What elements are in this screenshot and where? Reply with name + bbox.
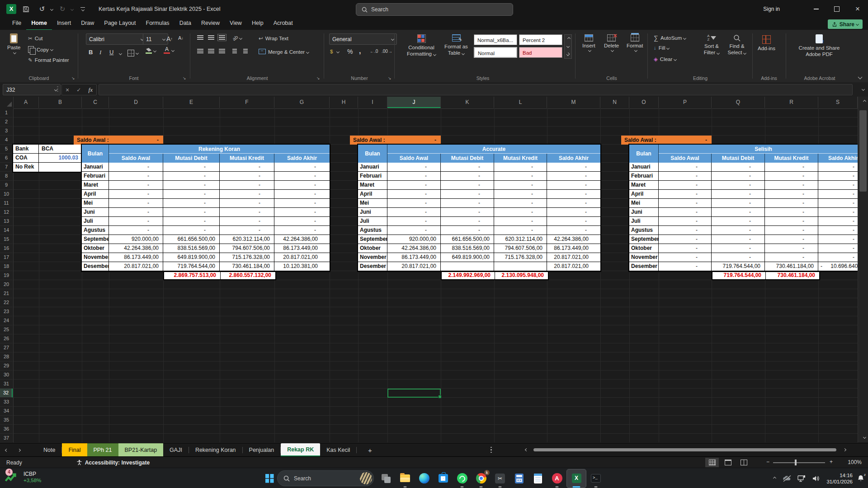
borders-button[interactable] <box>127 50 138 56</box>
column-header-A[interactable]: A <box>13 97 39 108</box>
value-cell[interactable]: 86.173.449,00 <box>387 253 441 262</box>
style-bad[interactable]: Bad <box>519 47 562 58</box>
value-cell[interactable]: 730.461.184,00 <box>765 262 818 271</box>
zoom-out-button[interactable]: − <box>766 459 769 465</box>
stocks-widget[interactable]: 4 ICBP +3,58% <box>5 469 41 485</box>
value-cell[interactable]: - <box>441 226 494 235</box>
align-left-button[interactable] <box>197 49 203 53</box>
value-cell[interactable]: - <box>712 208 765 217</box>
bulan-header-cell[interactable]: Bulan <box>629 145 659 163</box>
row-header-1[interactable]: 1 <box>0 108 13 117</box>
column-header-B[interactable]: B <box>39 97 82 108</box>
row-header-32[interactable]: 32 <box>0 389 13 398</box>
value-cell[interactable]: - <box>765 172 818 181</box>
value-cell[interactable]: - <box>220 217 274 226</box>
scroll-up-icon[interactable] <box>863 100 866 103</box>
decrease-decimal-button[interactable]: .00→ <box>382 49 392 54</box>
value-cell[interactable]: - <box>387 190 441 199</box>
column-header-F[interactable]: F <box>220 97 274 108</box>
horizontal-scroll-thumb[interactable] <box>533 448 836 451</box>
month-cell-agustus[interactable]: Agustus <box>629 226 659 235</box>
value-cell[interactable]: - <box>387 208 441 217</box>
subheader-saldo-akhir[interactable]: Saldo Akhir <box>547 154 600 163</box>
subheader-saldo-akhir[interactable]: Saldo Akhir <box>274 154 330 163</box>
total-cell[interactable]: 2.869.757.513,00 <box>164 272 221 279</box>
month-cell-januari[interactable]: Januari <box>358 163 387 172</box>
value-cell[interactable]: 42.264.386,00 <box>387 244 441 253</box>
value-cell[interactable]: - <box>494 181 547 190</box>
row-header-7[interactable]: 7 <box>0 163 13 172</box>
value-cell[interactable]: - <box>494 190 547 199</box>
value-cell[interactable]: - <box>818 253 858 262</box>
value-cell[interactable]: - <box>163 181 220 190</box>
font-dialog-launcher[interactable] <box>183 76 186 80</box>
value-cell[interactable]: 730.461.184,00 <box>220 262 274 271</box>
row-header-3[interactable]: 3 <box>0 127 13 136</box>
month-cell-juni[interactable]: Juni <box>358 208 387 217</box>
clipboard-dialog-launcher[interactable] <box>71 76 75 80</box>
shrink-font-button[interactable] <box>178 35 184 41</box>
value-cell[interactable]: - <box>547 226 600 235</box>
value-cell[interactable]: - <box>547 217 600 226</box>
row-header-33[interactable]: 33 <box>0 398 13 407</box>
subheader-saldo-awal[interactable]: Saldo Awal <box>659 154 712 163</box>
total-cell[interactable]: 730.461.184,00 <box>766 272 819 279</box>
value-cell[interactable]: 715.176.328,00 <box>220 253 274 262</box>
value-cell[interactable]: - <box>818 226 858 235</box>
format-painter-button[interactable]: Format Painter <box>28 57 69 63</box>
column-header-D[interactable]: D <box>109 97 163 108</box>
value-cell[interactable]: - <box>441 181 494 190</box>
value-cell[interactable]: - <box>765 190 818 199</box>
value-cell[interactable]: - <box>818 190 858 199</box>
value-cell[interactable]: - <box>818 244 858 253</box>
value-cell[interactable]: - <box>163 163 220 172</box>
value-cell[interactable]: - <box>659 217 712 226</box>
column-header-P[interactable]: P <box>659 97 712 108</box>
column-header-Q[interactable]: Q <box>712 97 765 108</box>
name-box[interactable]: J32 <box>3 84 61 95</box>
value-cell[interactable]: 838.516.569,00 <box>163 244 220 253</box>
value-cell[interactable]: - <box>109 217 163 226</box>
value-cell[interactable]: - <box>163 172 220 181</box>
value-cell[interactable]: - <box>765 235 818 244</box>
microsoft-store-button[interactable] <box>434 469 453 488</box>
value-cell[interactable]: - <box>659 226 712 235</box>
decrease-indent-button[interactable] <box>232 49 237 53</box>
value-cell[interactable]: 649.819.900,00 <box>163 253 220 262</box>
alignment-dialog-launcher[interactable] <box>316 76 320 80</box>
insert-cells-button[interactable]: Insert <box>582 34 595 52</box>
maximize-button[interactable] <box>826 0 847 18</box>
hscroll-left-icon[interactable] <box>525 448 528 451</box>
month-cell-mei[interactable]: Mei <box>629 199 659 208</box>
value-cell[interactable]: - <box>441 163 494 172</box>
titlebar-search-box[interactable]: Search <box>356 3 513 16</box>
month-cell-desember[interactable]: Desember <box>82 262 109 271</box>
total-cell[interactable]: 2.860.557.132,00 <box>221 272 275 279</box>
value-cell[interactable]: - <box>659 208 712 217</box>
month-cell-juni[interactable]: Juni <box>629 208 659 217</box>
value-cell[interactable]: 20.817.021,00 <box>547 262 600 271</box>
value-cell[interactable]: - <box>547 190 600 199</box>
value-cell[interactable]: - <box>387 199 441 208</box>
column-header-L[interactable]: L <box>494 97 547 108</box>
month-cell-maret[interactable]: Maret <box>82 181 109 190</box>
row-header-36[interactable]: 36 <box>0 425 13 434</box>
vertical-scroll-thumb[interactable] <box>859 110 867 192</box>
value-cell[interactable]: - <box>765 217 818 226</box>
value-cell[interactable]: 620.312.114,00 <box>494 235 547 244</box>
page-break-view-button[interactable] <box>737 458 750 467</box>
value-cell[interactable]: - <box>712 172 765 181</box>
row-header-26[interactable]: 26 <box>0 334 13 343</box>
align-middle-button[interactable] <box>208 35 214 40</box>
value-cell[interactable]: - <box>765 208 818 217</box>
info-row-norek[interactable]: No Rek <box>13 163 82 172</box>
value-cell[interactable]: - <box>220 226 274 235</box>
month-cell-november[interactable]: November <box>358 253 387 262</box>
subheader-mutasi-debit[interactable]: Mutasi Debit <box>441 154 494 163</box>
info-row-bank[interactable]: Bank BCA <box>13 145 82 154</box>
month-cell-maret[interactable]: Maret <box>629 181 659 190</box>
row-header-10[interactable]: 10 <box>0 190 13 199</box>
value-cell[interactable]: - <box>441 217 494 226</box>
value-cell[interactable]: - <box>765 244 818 253</box>
value-cell[interactable]: - <box>109 172 163 181</box>
